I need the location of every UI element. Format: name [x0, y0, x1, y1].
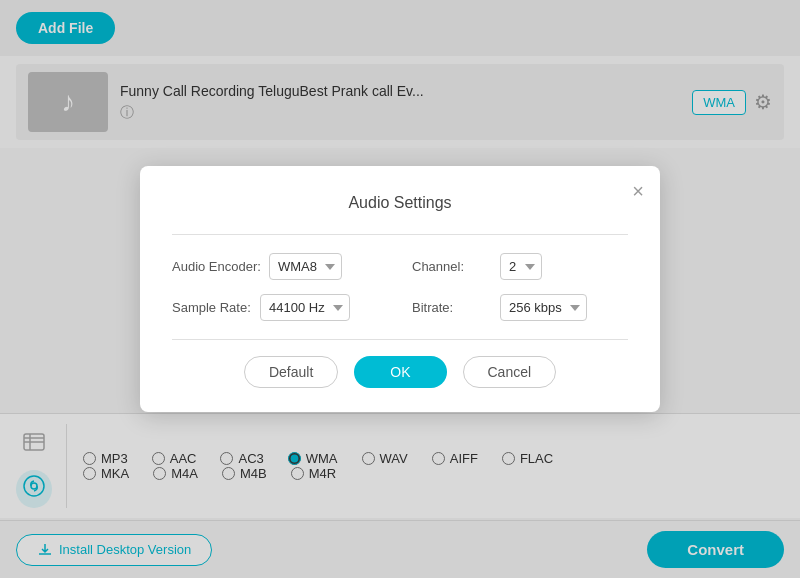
sample-rate-select[interactable]: 44100 Hz 22050 Hz 11025 Hz 8000 Hz — [260, 294, 350, 321]
settings-grid: Audio Encoder: WMA8 WMA MP3 AAC Channel:… — [172, 253, 628, 321]
dialog-bottom-divider — [172, 339, 628, 340]
audio-settings-dialog: × Audio Settings Audio Encoder: WMA8 WMA… — [140, 166, 660, 412]
dialog-actions: Default OK Cancel — [172, 356, 628, 388]
bitrate-select[interactable]: 256 kbps 192 kbps 128 kbps 64 kbps — [500, 294, 587, 321]
ok-button[interactable]: OK — [354, 356, 446, 388]
dialog-close-button[interactable]: × — [632, 180, 644, 203]
channel-select[interactable]: 2 1 — [500, 253, 542, 280]
channel-row: Channel: 2 1 — [412, 253, 628, 280]
encoder-row: Audio Encoder: WMA8 WMA MP3 AAC — [172, 253, 388, 280]
modal-overlay: × Audio Settings Audio Encoder: WMA8 WMA… — [0, 0, 800, 578]
channel-label: Channel: — [412, 259, 492, 274]
sample-rate-label: Sample Rate: — [172, 300, 252, 315]
dialog-top-divider — [172, 234, 628, 235]
sample-rate-row: Sample Rate: 44100 Hz 22050 Hz 11025 Hz … — [172, 294, 388, 321]
encoder-label: Audio Encoder: — [172, 259, 261, 274]
bitrate-row: Bitrate: 256 kbps 192 kbps 128 kbps 64 k… — [412, 294, 628, 321]
bitrate-label: Bitrate: — [412, 300, 492, 315]
encoder-select[interactable]: WMA8 WMA MP3 AAC — [269, 253, 342, 280]
cancel-button[interactable]: Cancel — [463, 356, 557, 388]
dialog-title: Audio Settings — [172, 194, 628, 212]
default-button[interactable]: Default — [244, 356, 338, 388]
